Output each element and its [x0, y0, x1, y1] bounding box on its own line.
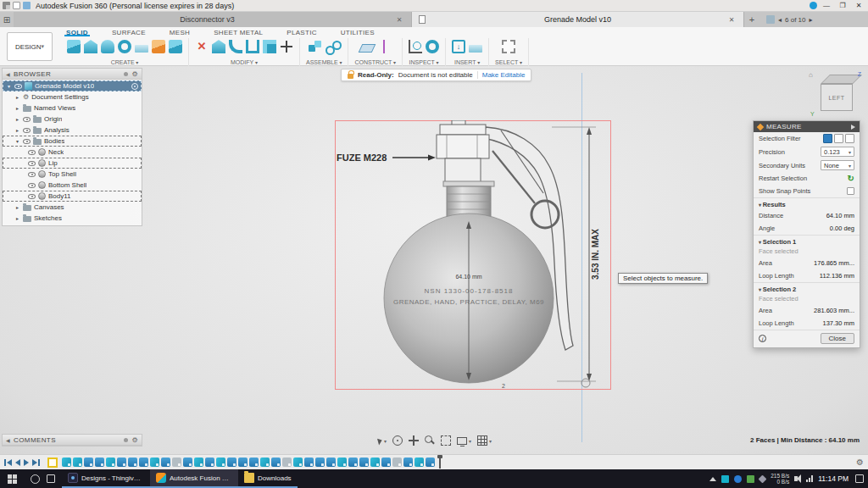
- timeline-feature-icon-sketch[interactable]: [216, 458, 225, 467]
- visibility-icon[interactable]: [28, 172, 36, 177]
- visibility-icon[interactable]: [28, 150, 36, 155]
- visibility-icon[interactable]: [23, 139, 31, 144]
- task-view-icon[interactable]: [47, 474, 55, 483]
- doc-tab-disconnector[interactable]: Disconnector v3: [14, 12, 412, 27]
- timeline-feature-icon-feature[interactable]: [161, 458, 170, 467]
- filter-body-icon[interactable]: [823, 134, 832, 143]
- timeline-feature-icon-construct[interactable]: [282, 458, 292, 467]
- timeline-feature-icon-feature[interactable]: [271, 458, 281, 467]
- play-button[interactable]: [24, 459, 29, 466]
- grid-settings-icon[interactable]: [477, 435, 487, 446]
- form-icon[interactable]: [152, 40, 165, 53]
- expander-icon[interactable]: [14, 138, 20, 144]
- account-avatar[interactable]: [810, 2, 817, 9]
- tab-surface[interactable]: SURFACE: [110, 29, 147, 36]
- grid-dropdown-icon[interactable]: [489, 438, 492, 444]
- activate-radio-icon[interactable]: [131, 83, 138, 90]
- minimize-button[interactable]: [820, 2, 833, 9]
- timeline-feature-icon-construct[interactable]: [172, 458, 181, 467]
- sweep-icon[interactable]: [118, 40, 131, 53]
- timeline-feature-icon-feature[interactable]: [315, 458, 325, 467]
- workspace-selector[interactable]: DESIGN: [7, 32, 53, 61]
- timeline-feature-icon-feature[interactable]: [128, 458, 137, 467]
- revolve-icon[interactable]: [101, 40, 114, 53]
- browser-item-sketches[interactable]: Sketches: [3, 213, 142, 224]
- taskbar-app-fusion[interactable]: Autodesk Fusion 360 (...: [150, 469, 238, 488]
- timeline-feature-icon-sketch[interactable]: [194, 458, 203, 467]
- press-pull-icon[interactable]: [212, 40, 225, 53]
- browser-item-root[interactable]: Grenade Model v10: [3, 80, 142, 92]
- measure-panel-header[interactable]: MEASURE: [754, 121, 860, 132]
- zoom-icon[interactable]: [425, 435, 435, 446]
- doc-tab-grenade-model[interactable]: Grenade Model v10: [412, 12, 744, 27]
- info-icon[interactable]: [759, 335, 766, 342]
- neck-flange[interactable]: [443, 181, 494, 186]
- select-icon[interactable]: [502, 40, 515, 53]
- selection1-section-header[interactable]: Selection 1: [754, 235, 860, 247]
- timeline-feature-icon-sketch[interactable]: [260, 458, 270, 467]
- collapse-panel-icon[interactable]: [6, 436, 10, 444]
- timeline-feature-icon-feature[interactable]: [84, 458, 93, 467]
- fuze-cap[interactable]: [440, 125, 486, 135]
- timeline-settings-icon[interactable]: [856, 458, 864, 467]
- visibility-icon[interactable]: [23, 128, 31, 133]
- orbit-icon[interactable]: [392, 435, 403, 446]
- expander-icon[interactable]: [14, 105, 20, 111]
- selection2-section-header[interactable]: Selection 2: [754, 282, 860, 294]
- new-component-icon[interactable]: [309, 40, 322, 53]
- timeline-feature-icon-feature[interactable]: [426, 458, 435, 467]
- extrude-icon[interactable]: [84, 40, 97, 53]
- visibility-icon[interactable]: [23, 117, 31, 122]
- view-cube-top-face[interactable]: [821, 75, 862, 84]
- timeline-feature-icon-feature[interactable]: [304, 458, 314, 467]
- app-menu-icon[interactable]: [3, 2, 10, 9]
- timeline-feature-icon-sketch[interactable]: [106, 458, 115, 467]
- collapse-panel-icon[interactable]: [6, 70, 10, 78]
- visibility-icon[interactable]: [28, 194, 36, 199]
- expander-icon[interactable]: [14, 127, 20, 133]
- new-tab-button[interactable]: [744, 12, 760, 27]
- browser-item-lip[interactable]: Lip: [3, 158, 142, 169]
- timeline-feature-icon-feature[interactable]: [403, 458, 413, 467]
- display-dropdown-icon[interactable]: [469, 438, 471, 444]
- tray-app-icon[interactable]: [734, 475, 742, 483]
- close-button[interactable]: [852, 2, 865, 9]
- timeline-feature-icon-feature[interactable]: [117, 458, 126, 467]
- timeline-feature-icon-sketch[interactable]: [370, 458, 380, 467]
- pan-icon[interactable]: [409, 435, 419, 446]
- precision-select[interactable]: 0.123: [821, 147, 854, 157]
- display-settings-icon[interactable]: [457, 437, 467, 445]
- expander-icon[interactable]: [6, 83, 12, 89]
- expander-icon[interactable]: [14, 204, 20, 210]
- search-icon[interactable]: [31, 474, 40, 484]
- timeline-feature-icon-sketch[interactable]: [415, 458, 424, 467]
- close-tab-icon[interactable]: [394, 15, 404, 24]
- tab-grid-icon[interactable]: [0, 12, 14, 27]
- delete-icon[interactable]: [195, 40, 209, 53]
- timeline-playhead[interactable]: [439, 457, 441, 469]
- timeline-feature-icon-sketch[interactable]: [150, 458, 159, 467]
- pages-icon[interactable]: [766, 15, 775, 24]
- insert-mesh-icon[interactable]: [452, 40, 465, 53]
- move-copy-icon[interactable]: [280, 40, 293, 53]
- timeline-feature-icon-construct[interactable]: [392, 458, 402, 467]
- secondary-units-select[interactable]: None: [821, 160, 854, 170]
- timeline-feature-icon-sketch[interactable]: [337, 458, 347, 467]
- timeline-feature-icon-feature[interactable]: [227, 458, 236, 467]
- tab-utilities[interactable]: UTILITIES: [339, 29, 376, 36]
- model-viewport[interactable]: Read-Only: Document is not editable Make…: [0, 66, 868, 454]
- timeline-feature-icon-feature[interactable]: [326, 458, 336, 467]
- timeline-feature-icon-feature[interactable]: [139, 458, 148, 467]
- pattern-icon[interactable]: [169, 40, 182, 53]
- close-tab-icon[interactable]: [726, 15, 737, 24]
- timeline-feature-icon-feature[interactable]: [238, 458, 248, 467]
- section-analysis-icon[interactable]: [426, 40, 439, 53]
- tab-plastic[interactable]: PLASTIC: [285, 29, 318, 36]
- grenade-drawing[interactable]: NSN 1330-00-178-8518 GRENADE, HAND, PRAC…: [335, 120, 611, 390]
- browser-item-bottom-shell[interactable]: Bottom Shell: [3, 180, 142, 191]
- browser-item-origin[interactable]: Origin: [3, 114, 142, 125]
- tab-sheet-metal[interactable]: SHEET METAL: [212, 29, 264, 36]
- volume-icon[interactable]: [794, 476, 798, 481]
- expander-icon[interactable]: [14, 116, 20, 122]
- new-body-icon[interactable]: [67, 40, 81, 53]
